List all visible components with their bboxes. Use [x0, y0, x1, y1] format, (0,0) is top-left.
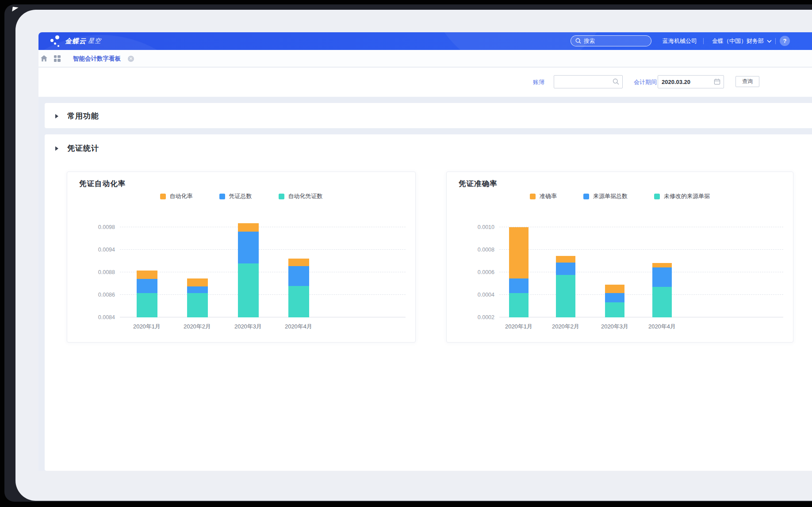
x-axis-category-label: 2020年3月 — [224, 323, 272, 331]
gridline — [120, 272, 406, 272]
tab-bar: 智能会计数字看板 ✕ — [38, 50, 812, 67]
collapse-arrow-icon — [55, 146, 58, 151]
bar-segment-未修改的来源单据[interactable] — [605, 302, 624, 317]
voucher-statistics-header[interactable]: 凭证统计 — [55, 143, 99, 153]
y-axis-tick-label: 0.0010 — [462, 224, 494, 230]
y-axis-tick-label: 0.0002 — [462, 314, 494, 320]
bar-segment-凭证总数[interactable] — [288, 266, 309, 286]
x-axis-category-label: 2020年2月 — [541, 323, 590, 331]
voucher-statistics-title: 凭证统计 — [67, 143, 99, 153]
collapse-arrow-icon — [55, 114, 58, 118]
x-axis-category-label: 2020年4月 — [274, 323, 323, 331]
query-button[interactable]: 查询 — [735, 76, 759, 87]
y-axis-tick-label: 0.0006 — [462, 269, 494, 275]
gridline — [120, 249, 406, 250]
accounting-period-field[interactable] — [658, 75, 724, 88]
bar-segment-未修改的来源单据[interactable] — [652, 287, 672, 317]
bar-segment-自动化率[interactable] — [238, 223, 259, 232]
bar-segment-准确率[interactable] — [556, 256, 575, 263]
tab-close-icon[interactable]: ✕ — [128, 56, 134, 62]
x-axis-category-label: 2020年2月 — [173, 323, 222, 331]
y-axis-tick-label: 0.0094 — [82, 247, 115, 253]
divider — [775, 38, 776, 44]
x-axis-category-label: 2020年3月 — [590, 323, 639, 331]
logo-text-light: 星空 — [88, 37, 101, 45]
bar-segment-准确率[interactable] — [509, 227, 529, 278]
period-input[interactable] — [662, 76, 711, 88]
gridline — [499, 249, 783, 250]
gridline — [499, 272, 783, 272]
company-name: 蓝海机械公司 — [663, 32, 697, 50]
help-button[interactable]: ? — [780, 36, 790, 46]
y-axis-tick-label: 0.0008 — [462, 247, 494, 253]
mouse-cursor — [12, 7, 18, 12]
bar-segment-来源单据总数[interactable] — [509, 278, 529, 293]
panel-voucher-statistics: 凭证统计 凭证自动化率 自动化率凭证总数自动化凭证数 0.00840.00860… — [45, 134, 812, 471]
book-label: 账簿 — [533, 78, 544, 86]
tab-label: 智能会计数字看板 — [73, 55, 121, 63]
common-functions-title: 常用功能 — [67, 111, 99, 121]
bar-segment-自动化率[interactable] — [137, 271, 157, 279]
logo-text-bold: 金蝶云 — [65, 37, 86, 46]
y-axis-tick-label: 0.0088 — [82, 269, 115, 275]
user-org-dropdown[interactable]: 金蝶（中国）财务部 — [712, 32, 772, 50]
bar-segment-准确率[interactable] — [652, 263, 672, 267]
chart-card-accuracy-rate: 凭证准确率 准确率来源单据总数未修改的来源单据 0.00020.00040.00… — [446, 172, 793, 343]
bar-segment-来源单据总数[interactable] — [605, 293, 624, 302]
gridline — [499, 227, 783, 227]
lookup-magnifier-icon — [613, 78, 619, 85]
y-axis-tick-label: 0.0098 — [82, 224, 115, 230]
bar-segment-自动化率[interactable] — [187, 278, 208, 286]
y-axis-tick-label: 0.0004 — [462, 292, 494, 298]
tab-smart-accounting-dashboard[interactable]: 智能会计数字看板 ✕ — [67, 53, 140, 65]
calendar-icon[interactable] — [714, 78, 720, 85]
app-root: 金蝶云 星空 蓝海机械公司 金蝶（中国）财务部 ? — [38, 32, 812, 501]
bar-segment-自动化凭证数[interactable] — [187, 293, 208, 317]
bar-segment-来源单据总数[interactable] — [556, 263, 575, 275]
search-input[interactable] — [584, 38, 641, 44]
bar-segment-自动化凭证数[interactable] — [288, 286, 309, 317]
browser-window: 金蝶云 星空 蓝海机械公司 金蝶（中国）财务部 ? — [15, 10, 812, 501]
bar-segment-未修改的来源单据[interactable] — [509, 293, 529, 317]
top-navigation-bar: 金蝶云 星空 蓝海机械公司 金蝶（中国）财务部 ? — [38, 32, 812, 50]
book-lookup-field[interactable] — [554, 75, 623, 88]
chart-plot-area: 0.00840.00860.00880.00940.00982020年1月202… — [67, 172, 415, 342]
bar-segment-自动化凭证数[interactable] — [137, 293, 157, 317]
apps-grid-icon[interactable] — [53, 54, 61, 63]
x-axis-category-label: 2020年4月 — [638, 323, 686, 331]
x-axis-category-label: 2020年1月 — [123, 323, 171, 331]
kingdee-logo: 金蝶云 星空 — [50, 35, 101, 47]
book-input[interactable] — [558, 76, 611, 88]
bar-segment-未修改的来源单据[interactable] — [556, 275, 575, 317]
divider — [703, 38, 704, 44]
gridline — [499, 294, 783, 295]
bar-segment-自动化率[interactable] — [288, 259, 309, 266]
y-axis-tick-label: 0.0086 — [82, 292, 115, 298]
x-axis-line — [499, 317, 783, 317]
y-axis-tick-label: 0.0084 — [82, 314, 115, 320]
gridline — [120, 294, 406, 295]
chart-card-automation-rate: 凭证自动化率 自动化率凭证总数自动化凭证数 0.00840.00860.0088… — [67, 172, 416, 343]
bar-segment-来源单据总数[interactable] — [652, 267, 672, 287]
period-label: 会计期间 — [634, 78, 657, 86]
bar-segment-凭证总数[interactable] — [238, 232, 259, 263]
filter-bar: 账簿 会计期间 查询 — [38, 68, 812, 97]
x-axis-line — [120, 317, 406, 317]
global-search[interactable] — [571, 35, 651, 46]
common-functions-header[interactable]: 常用功能 — [55, 111, 99, 121]
bar-segment-凭证总数[interactable] — [137, 279, 157, 293]
home-icon[interactable] — [39, 54, 48, 63]
bar-segment-自动化凭证数[interactable] — [238, 263, 259, 317]
bar-segment-凭证总数[interactable] — [187, 286, 208, 293]
logo-dots-icon — [50, 35, 61, 47]
search-icon — [575, 38, 581, 44]
gridline — [120, 227, 406, 227]
x-axis-category-label: 2020年1月 — [494, 323, 543, 331]
chevron-down-icon — [767, 40, 772, 43]
bar-segment-准确率[interactable] — [605, 285, 624, 293]
user-org-label: 金蝶（中国）财务部 — [712, 37, 764, 45]
chart-plot-area: 0.00020.00040.00060.00080.00102020年1月202… — [447, 172, 793, 342]
panel-common-functions: 常用功能 — [45, 103, 812, 128]
